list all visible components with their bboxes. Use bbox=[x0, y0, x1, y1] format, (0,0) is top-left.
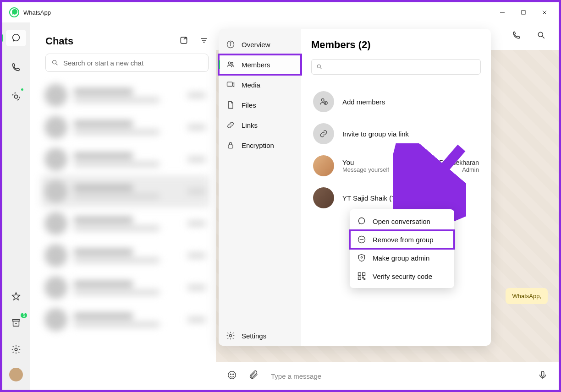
chat-search-input[interactable]: Search or start a new chat bbox=[45, 54, 209, 72]
member-avatar bbox=[313, 187, 334, 208]
svg-point-31 bbox=[321, 99, 324, 102]
attach-icon[interactable] bbox=[249, 370, 259, 382]
members-search[interactable] bbox=[311, 59, 481, 75]
member-row-you[interactable]: You Message yourself ~ n Rajasekharan Ad… bbox=[311, 150, 481, 182]
message-input[interactable]: Type a message bbox=[271, 372, 526, 380]
nav-label: Encryption bbox=[242, 142, 274, 149]
svg-rect-38 bbox=[358, 273, 361, 276]
qr-icon bbox=[357, 272, 366, 281]
window-controls bbox=[492, 4, 555, 21]
member-avatar bbox=[313, 155, 334, 176]
invite-via-link-button[interactable]: Invite to group via link bbox=[311, 118, 481, 150]
search-icon bbox=[316, 64, 323, 70]
chat-item[interactable] bbox=[41, 207, 209, 240]
rail-profile-avatar[interactable] bbox=[9, 368, 23, 381]
members-panel-body: Members (2) Add members Invite to group … bbox=[301, 29, 491, 346]
rail-chats[interactable] bbox=[6, 30, 26, 46]
filter-icon[interactable] bbox=[199, 36, 209, 47]
chat-item[interactable] bbox=[41, 240, 209, 272]
chat-item[interactable] bbox=[41, 272, 209, 304]
chat-item[interactable] bbox=[41, 143, 209, 175]
svg-point-25 bbox=[231, 62, 233, 64]
add-person-icon bbox=[319, 97, 329, 107]
app-title: WhatsApp bbox=[23, 9, 51, 16]
new-chat-icon[interactable] bbox=[179, 36, 188, 47]
svg-point-28 bbox=[230, 335, 232, 337]
group-info-panel: Overview Members Media Files Links Encry… bbox=[219, 29, 491, 346]
svg-rect-2 bbox=[522, 11, 525, 14]
chatlist-title: Chats bbox=[45, 35, 73, 47]
close-button[interactable] bbox=[534, 4, 555, 21]
chat-item[interactable] bbox=[41, 79, 209, 111]
whatsapp-logo-icon bbox=[9, 7, 20, 18]
rail-settings[interactable] bbox=[6, 341, 26, 358]
search-in-chat-icon[interactable] bbox=[537, 31, 546, 42]
svg-line-16 bbox=[543, 37, 544, 38]
navigation-rail: 5 bbox=[2, 22, 30, 390]
minimize-button[interactable] bbox=[492, 4, 513, 21]
svg-rect-26 bbox=[227, 82, 233, 86]
svg-point-6 bbox=[14, 95, 17, 98]
svg-point-8 bbox=[15, 348, 17, 351]
archived-count-badge: 5 bbox=[21, 313, 27, 318]
encryption-notice: WhatsApp, bbox=[506, 288, 548, 304]
chat-list[interactable] bbox=[41, 79, 213, 390]
members-title: Members (2) bbox=[311, 39, 481, 51]
svg-point-19 bbox=[233, 374, 234, 375]
emoji-icon[interactable] bbox=[227, 370, 237, 382]
call-icon[interactable] bbox=[512, 31, 521, 42]
svg-rect-20 bbox=[541, 371, 544, 376]
context-open-conversation[interactable]: Open conversation bbox=[350, 212, 454, 230]
svg-rect-40 bbox=[358, 277, 361, 280]
nav-links[interactable]: Links bbox=[219, 115, 301, 135]
context-verify-security[interactable]: Verify security code bbox=[350, 267, 454, 285]
files-icon bbox=[226, 100, 235, 109]
svg-point-24 bbox=[228, 62, 231, 64]
svg-point-37 bbox=[361, 257, 362, 258]
rail-status[interactable] bbox=[6, 88, 26, 105]
titlebar: WhatsApp bbox=[2, 2, 559, 22]
lock-icon bbox=[226, 141, 235, 150]
nav-label: Members bbox=[242, 61, 270, 69]
nav-label: Overview bbox=[242, 41, 270, 49]
admin-icon bbox=[357, 253, 366, 262]
nav-label: Media bbox=[242, 81, 260, 89]
nav-files[interactable]: Files bbox=[219, 95, 301, 115]
mic-icon[interactable] bbox=[538, 370, 548, 382]
add-members-button[interactable]: Add members bbox=[311, 86, 481, 118]
svg-rect-7 bbox=[12, 320, 20, 321]
chat-search-placeholder: Search or start a new chat bbox=[63, 59, 143, 67]
svg-line-14 bbox=[56, 64, 57, 65]
svg-point-15 bbox=[538, 32, 543, 37]
remove-icon bbox=[357, 235, 366, 244]
gear-icon bbox=[226, 331, 235, 340]
svg-rect-42 bbox=[364, 278, 365, 280]
group-info-nav: Overview Members Media Files Links Encry… bbox=[219, 29, 301, 346]
rail-starred[interactable] bbox=[6, 288, 26, 305]
message-input-bar: Type a message bbox=[216, 362, 559, 390]
chat-item[interactable] bbox=[41, 175, 209, 207]
rail-calls[interactable] bbox=[6, 59, 26, 76]
context-remove-from-group[interactable]: Remove from group bbox=[350, 230, 454, 249]
svg-point-17 bbox=[228, 371, 236, 379]
svg-point-29 bbox=[317, 65, 320, 68]
member-role-badge: Admin bbox=[429, 166, 479, 173]
chat-icon bbox=[357, 217, 366, 226]
chat-item[interactable] bbox=[41, 111, 209, 143]
maximize-button[interactable] bbox=[513, 4, 534, 21]
nav-overview[interactable]: Overview bbox=[219, 34, 301, 54]
status-indicator-dot bbox=[20, 87, 24, 92]
svg-rect-41 bbox=[363, 277, 364, 278]
svg-rect-27 bbox=[228, 145, 233, 148]
nav-encryption[interactable]: Encryption bbox=[219, 135, 301, 155]
media-icon bbox=[226, 80, 235, 89]
svg-point-18 bbox=[230, 374, 231, 375]
rail-archived[interactable]: 5 bbox=[6, 315, 26, 331]
chat-item[interactable] bbox=[41, 304, 209, 336]
nav-members[interactable]: Members bbox=[219, 54, 301, 75]
nav-label: Settings bbox=[242, 332, 266, 340]
nav-settings[interactable]: Settings bbox=[219, 326, 301, 346]
context-make-admin[interactable]: Make group admin bbox=[350, 249, 454, 267]
nav-media[interactable]: Media bbox=[219, 75, 301, 95]
nav-label: Files bbox=[242, 101, 256, 109]
